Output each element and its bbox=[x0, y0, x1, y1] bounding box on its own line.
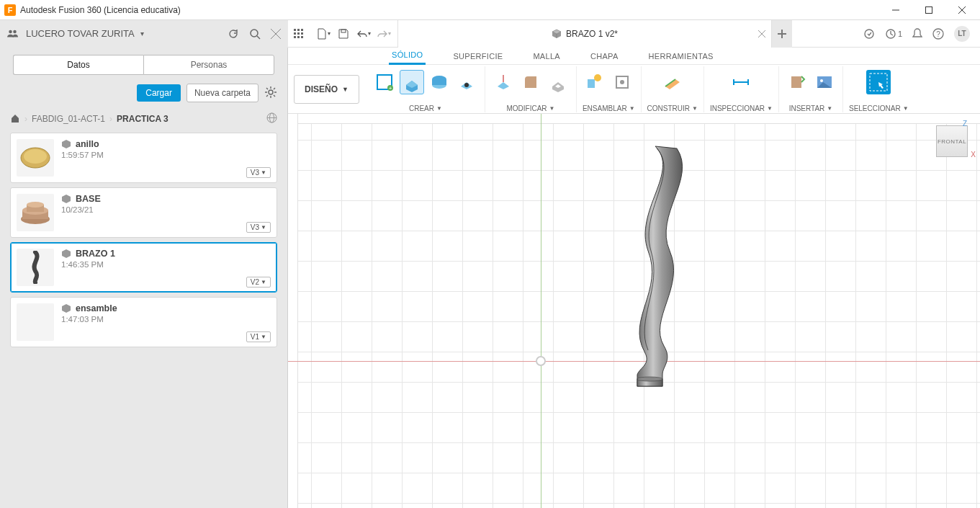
file-card[interactable]: BASE 10/23/21 V3▼ bbox=[10, 187, 277, 238]
redo-button[interactable]: ▾ bbox=[376, 26, 392, 42]
settings-button[interactable] bbox=[264, 86, 277, 101]
file-thumbnail bbox=[17, 249, 54, 286]
ribbon-tab-surface[interactable]: SUPERFICIE bbox=[450, 49, 505, 64]
svg-rect-10 bbox=[294, 29, 296, 31]
ribbon-tab-sheet[interactable]: CHAPA bbox=[588, 49, 621, 64]
cube-icon bbox=[61, 303, 71, 313]
version-badge[interactable]: V3▼ bbox=[246, 222, 271, 233]
help-button[interactable]: ? bbox=[932, 28, 944, 40]
ribbon-group-select: SELECCIONAR▼ bbox=[843, 66, 914, 112]
svg-rect-19 bbox=[341, 30, 346, 32]
revolve-button[interactable] bbox=[427, 70, 451, 94]
title-bar: F Autodesk Fusion 360 (Licencia educativ… bbox=[0, 0, 980, 20]
cube-icon bbox=[552, 29, 562, 39]
ribbon-group-construct: CONSTRUIR▼ bbox=[642, 66, 704, 112]
shell-button[interactable] bbox=[546, 70, 570, 94]
people-icon bbox=[7, 29, 20, 39]
search-button[interactable] bbox=[249, 28, 261, 40]
svg-rect-1 bbox=[926, 6, 932, 13]
model-brazo[interactable] bbox=[619, 143, 684, 388]
insert-derive-button[interactable] bbox=[785, 70, 809, 94]
svg-point-46 bbox=[594, 74, 601, 81]
close-tab-button[interactable] bbox=[758, 30, 765, 37]
maximize-button[interactable] bbox=[912, 0, 945, 20]
joint-button[interactable] bbox=[583, 70, 607, 94]
job-count: 1 bbox=[898, 30, 902, 38]
file-card[interactable]: BRAZO 1 1:46:35 PM V2▼ bbox=[10, 242, 277, 293]
cube-icon bbox=[61, 249, 71, 259]
home-icon[interactable] bbox=[10, 113, 20, 125]
upload-button[interactable]: Cargar bbox=[137, 84, 181, 102]
hole-button[interactable] bbox=[454, 70, 479, 94]
ribbon-tab-tools[interactable]: HERRAMIENTAS bbox=[646, 49, 716, 64]
close-panel-button[interactable] bbox=[271, 29, 281, 39]
panel-tab-people[interactable]: Personas bbox=[143, 55, 274, 75]
team-switcher[interactable]: LUCERO TOVAR ZURITA ▾ bbox=[7, 28, 144, 39]
file-name: BRAZO 1 bbox=[76, 249, 115, 259]
apps-grid-button[interactable] bbox=[288, 20, 310, 48]
job-status-button[interactable]: 1 bbox=[885, 28, 902, 40]
measure-button[interactable] bbox=[729, 70, 753, 94]
svg-rect-14 bbox=[297, 32, 300, 35]
new-tab-button[interactable] bbox=[772, 20, 792, 48]
press-pull-button[interactable] bbox=[491, 70, 516, 94]
as-built-joint-button[interactable] bbox=[610, 70, 634, 94]
svg-rect-11 bbox=[297, 29, 300, 31]
extensions-button[interactable] bbox=[863, 28, 875, 40]
axis-z-label: Z bbox=[963, 120, 967, 128]
user-avatar[interactable]: LT bbox=[954, 26, 970, 42]
plane-button[interactable] bbox=[660, 70, 685, 94]
version-badge[interactable]: V2▼ bbox=[246, 277, 271, 288]
svg-rect-15 bbox=[301, 32, 303, 35]
insert-decal-button[interactable] bbox=[812, 70, 837, 94]
close-button[interactable] bbox=[945, 0, 979, 20]
ribbon-group-modify: MODIFICAR▼ bbox=[485, 66, 577, 112]
svg-rect-17 bbox=[297, 36, 300, 38]
breadcrumb-current: PRACTICA 3 bbox=[117, 114, 168, 124]
svg-point-39 bbox=[27, 202, 44, 208]
svg-point-57 bbox=[637, 377, 662, 381]
document-tab[interactable]: BRAZO 1 v2* bbox=[397, 20, 772, 48]
panel-tab-data[interactable]: Datos bbox=[13, 55, 143, 75]
viewcube[interactable]: Z FRONTAL X bbox=[932, 121, 971, 160]
document-title: BRAZO 1 v2* bbox=[566, 29, 618, 39]
viewcube-face[interactable]: FRONTAL bbox=[936, 125, 968, 157]
svg-rect-18 bbox=[301, 36, 303, 38]
viewport[interactable]: Z FRONTAL X bbox=[288, 114, 980, 508]
svg-point-48 bbox=[620, 80, 624, 84]
select-button[interactable] bbox=[866, 70, 891, 94]
extrude-button[interactable] bbox=[400, 70, 424, 94]
file-card[interactable]: anillo 1:59:57 PM V3▼ bbox=[10, 133, 277, 183]
notifications-button[interactable] bbox=[912, 28, 922, 40]
workspace-switcher[interactable]: DISEÑO▼ bbox=[294, 75, 359, 104]
file-name: BASE bbox=[76, 194, 101, 204]
undo-button[interactable]: ▾ bbox=[356, 26, 372, 42]
svg-rect-16 bbox=[294, 36, 296, 38]
svg-point-6 bbox=[251, 30, 258, 37]
new-folder-button[interactable]: Nueva carpeta bbox=[186, 84, 259, 102]
y-axis bbox=[541, 114, 541, 508]
svg-rect-12 bbox=[301, 29, 303, 31]
team-name: LUCERO TOVAR ZURITA bbox=[26, 28, 135, 39]
minimize-button[interactable] bbox=[879, 0, 912, 20]
cube-icon bbox=[61, 194, 71, 204]
save-button[interactable] bbox=[336, 26, 351, 42]
svg-point-54 bbox=[820, 79, 823, 82]
web-link-button[interactable] bbox=[266, 112, 277, 125]
file-name: anillo bbox=[76, 139, 99, 149]
breadcrumb-project[interactable]: FABDIG_01-ACT-1 bbox=[32, 114, 105, 124]
breadcrumb: › FABDIG_01-ACT-1 › PRACTICA 3 bbox=[0, 107, 287, 133]
file-card[interactable]: ensamble 1:47:03 PM V1▼ bbox=[10, 297, 277, 347]
canvas-area: SÓLIDO SUPERFICIE MALLA CHAPA HERRAMIENT… bbox=[288, 48, 980, 508]
fillet-button[interactable] bbox=[518, 70, 543, 94]
ribbon-tab-solid[interactable]: SÓLIDO bbox=[389, 48, 426, 65]
file-thumbnail bbox=[17, 194, 54, 231]
svg-point-44 bbox=[464, 83, 469, 87]
version-badge[interactable]: V3▼ bbox=[246, 167, 271, 178]
sketch-button[interactable]: + bbox=[372, 70, 397, 94]
file-menu[interactable]: ▾ bbox=[315, 26, 331, 42]
ribbon-tab-mesh[interactable]: MALLA bbox=[530, 49, 563, 64]
app-logo: F bbox=[4, 4, 16, 16]
refresh-button[interactable] bbox=[228, 28, 239, 40]
version-badge[interactable]: V1▼ bbox=[246, 331, 271, 342]
